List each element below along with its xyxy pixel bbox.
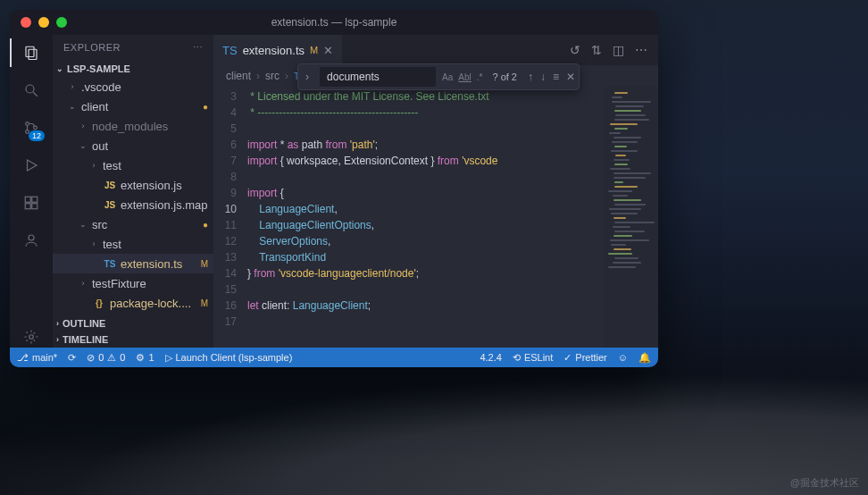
tree-node[interactable]: ⌄client●: [53, 96, 213, 116]
compare-icon[interactable]: ⇅: [591, 43, 602, 57]
find-widget: › Aa Abl .* ? of 2 ↑ ↓ ≡ ✕: [297, 63, 580, 90]
code-editor[interactable]: 34567891011121314151617 * Licensed under…: [213, 87, 605, 348]
source-control-icon[interactable]: 12: [21, 117, 42, 138]
run-debug-icon[interactable]: [21, 155, 42, 176]
explorer-header: EXPLORER ⋯: [53, 35, 213, 61]
problems-status[interactable]: ⊘0⚠0: [87, 352, 125, 364]
tree-node[interactable]: ›test: [53, 155, 213, 175]
modified-indicator: M: [310, 45, 318, 55]
svg-rect-1: [29, 49, 37, 59]
svg-point-2: [26, 85, 34, 93]
svg-point-12: [29, 335, 34, 340]
svg-point-4: [26, 122, 29, 126]
tree-node[interactable]: ›.vscode: [53, 77, 213, 96]
timeline-section[interactable]: ›TIMELINE: [53, 331, 213, 348]
traffic-lights: [21, 17, 67, 28]
settings-gear-icon[interactable]: [21, 326, 42, 348]
explorer-more-icon[interactable]: ⋯: [193, 42, 204, 54]
tree-node[interactable]: ›testFixture: [53, 273, 213, 293]
tree-node[interactable]: ⌄src●: [53, 214, 213, 234]
ts-file-icon: TS: [222, 44, 238, 57]
prettier-status[interactable]: ✓Prettier: [563, 352, 606, 364]
tree-node[interactable]: ›node_modules: [53, 116, 213, 136]
find-close-icon[interactable]: ✕: [563, 71, 579, 83]
accounts-icon[interactable]: [21, 230, 42, 251]
find-selection-icon[interactable]: ≡: [549, 71, 563, 83]
watermark: @掘金技术社区: [790, 476, 859, 490]
version-status[interactable]: 4.2.4: [480, 352, 501, 363]
tree-node[interactable]: {}package-lock....M: [53, 293, 213, 313]
search-icon[interactable]: [21, 80, 42, 101]
sync-status[interactable]: ⟳: [68, 352, 76, 364]
more-actions-icon[interactable]: ⋯: [635, 43, 647, 57]
svg-point-6: [34, 126, 38, 130]
svg-line-3: [33, 92, 38, 96]
tree-node[interactable]: ⌄out: [53, 136, 213, 155]
find-count: ? of 2: [485, 71, 524, 82]
tree-node[interactable]: ›test: [53, 234, 213, 254]
svg-point-11: [29, 235, 34, 240]
bell-icon[interactable]: 🔔: [638, 352, 651, 364]
whole-word-icon[interactable]: Abl: [455, 71, 473, 84]
tab-bar: TS extension.ts M ✕ ↺ ⇅ ◫ ⋯: [213, 35, 658, 65]
explorer-icon[interactable]: [21, 42, 42, 63]
ports-status[interactable]: ⚙1: [136, 352, 154, 364]
window-title: extension.ts — lsp-sample: [271, 16, 397, 29]
tree-node[interactable]: TSextension.tsM: [53, 254, 213, 273]
close-window-button[interactable]: [21, 17, 31, 28]
close-tab-icon[interactable]: ✕: [323, 44, 333, 57]
history-icon[interactable]: ↺: [570, 43, 580, 57]
editor-actions: ↺ ⇅ ◫ ⋯: [559, 43, 658, 57]
code-content[interactable]: * Licensed under the MIT License. See Li…: [247, 87, 605, 348]
split-editor-icon[interactable]: ◫: [613, 43, 624, 57]
find-next-icon[interactable]: ↓: [537, 71, 549, 83]
status-bar: ⎇main* ⟳ ⊘0⚠0 ⚙1 ▷Launch Client (lsp-sam…: [10, 348, 658, 367]
vscode-window: extension.ts — lsp-sample 12 EXPLORER ⋯ …: [10, 10, 658, 367]
feedback-icon[interactable]: ☺: [618, 352, 628, 363]
svg-rect-0: [26, 46, 34, 56]
find-expand-icon[interactable]: ›: [298, 71, 316, 83]
find-prev-icon[interactable]: ↑: [524, 71, 537, 83]
activity-bar: 12: [10, 35, 53, 348]
eslint-status[interactable]: ⟲ESLint: [513, 352, 553, 364]
explorer-sidebar: EXPLORER ⋯ ⌄LSP-SAMPLE ›.vscode⌄client●›…: [53, 35, 213, 348]
tab-extension-ts[interactable]: TS extension.ts M ✕: [213, 35, 342, 65]
editor-group: TS extension.ts M ✕ ↺ ⇅ ◫ ⋯ client› src›…: [213, 35, 658, 348]
file-tree: ›.vscode⌄client●›node_modules⌄out›testJS…: [53, 77, 213, 315]
svg-rect-8: [32, 197, 38, 202]
titlebar: extension.ts — lsp-sample: [10, 10, 658, 35]
extensions-icon[interactable]: [21, 192, 42, 214]
launch-status[interactable]: ▷Launch Client (lsp-sample): [165, 352, 293, 364]
svg-rect-10: [32, 204, 38, 209]
scm-badge: 12: [29, 130, 45, 141]
project-header[interactable]: ⌄LSP-SAMPLE: [53, 61, 213, 77]
minimap[interactable]: [605, 87, 658, 348]
svg-rect-7: [25, 197, 30, 202]
regex-icon[interactable]: .*: [474, 71, 486, 84]
svg-rect-9: [25, 204, 30, 209]
tree-node[interactable]: JSextension.js.map: [53, 195, 213, 214]
zoom-window-button[interactable]: [56, 17, 67, 28]
outline-section[interactable]: ›OUTLINE: [53, 315, 213, 331]
find-input[interactable]: [320, 67, 436, 87]
line-gutter: 34567891011121314151617: [213, 87, 247, 348]
branch-status[interactable]: ⎇main*: [17, 352, 57, 364]
minimize-window-button[interactable]: [38, 17, 49, 28]
tree-node[interactable]: JSextension.js: [53, 175, 213, 195]
match-case-icon[interactable]: Aa: [439, 71, 455, 84]
